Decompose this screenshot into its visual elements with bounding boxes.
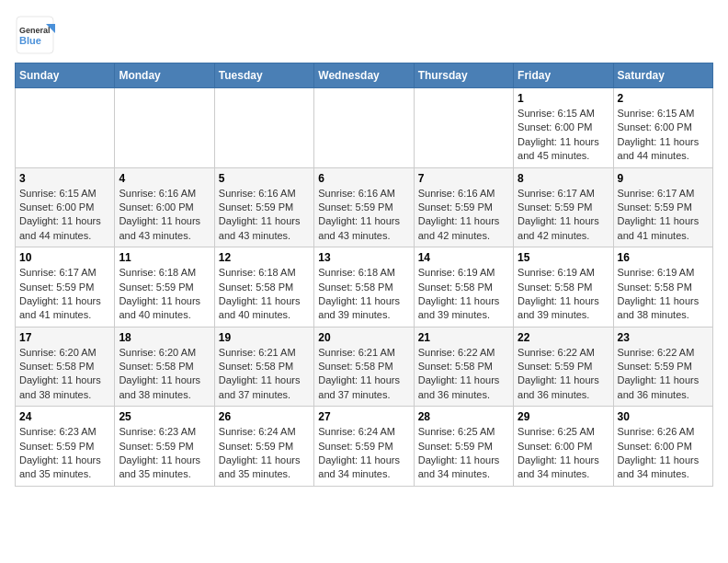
day-number: 24 xyxy=(19,410,110,423)
day-number: 26 xyxy=(219,410,310,423)
day-info: Sunrise: 6:25 AM Sunset: 6:00 PM Dayligh… xyxy=(518,425,609,482)
calendar-cell xyxy=(16,88,115,168)
day-number: 17 xyxy=(19,331,110,344)
day-number: 23 xyxy=(618,331,709,344)
day-number: 25 xyxy=(119,410,210,423)
week-row-2: 3Sunrise: 6:15 AM Sunset: 6:00 PM Daylig… xyxy=(16,167,713,247)
calendar-cell: 24Sunrise: 6:23 AM Sunset: 5:59 PM Dayli… xyxy=(16,407,115,487)
day-info: Sunrise: 6:16 AM Sunset: 6:00 PM Dayligh… xyxy=(119,187,210,244)
calendar-cell: 28Sunrise: 6:25 AM Sunset: 5:59 PM Dayli… xyxy=(414,407,513,487)
day-info: Sunrise: 6:18 AM Sunset: 5:58 PM Dayligh… xyxy=(219,266,310,323)
calendar-cell: 11Sunrise: 6:18 AM Sunset: 5:59 PM Dayli… xyxy=(115,247,214,327)
svg-text:General: General xyxy=(19,26,51,35)
calendar-cell: 13Sunrise: 6:18 AM Sunset: 5:58 PM Dayli… xyxy=(314,247,414,327)
day-header-tuesday: Tuesday xyxy=(214,63,313,88)
day-number: 16 xyxy=(618,251,709,264)
day-number: 19 xyxy=(219,331,310,344)
logo: General Blue xyxy=(15,15,55,55)
day-number: 2 xyxy=(618,92,709,105)
svg-text:Blue: Blue xyxy=(19,35,41,46)
calendar-cell xyxy=(314,88,414,168)
day-info: Sunrise: 6:16 AM Sunset: 5:59 PM Dayligh… xyxy=(318,187,409,244)
calendar-cell: 2Sunrise: 6:15 AM Sunset: 6:00 PM Daylig… xyxy=(613,88,712,168)
day-number: 8 xyxy=(518,172,609,185)
day-number: 7 xyxy=(418,172,509,185)
day-info: Sunrise: 6:15 AM Sunset: 6:00 PM Dayligh… xyxy=(518,107,609,164)
day-info: Sunrise: 6:19 AM Sunset: 5:58 PM Dayligh… xyxy=(618,266,709,323)
calendar-cell: 29Sunrise: 6:25 AM Sunset: 6:00 PM Dayli… xyxy=(514,407,613,487)
day-number: 5 xyxy=(219,172,310,185)
day-header-monday: Monday xyxy=(115,63,214,88)
day-number: 30 xyxy=(618,410,709,423)
day-number: 29 xyxy=(518,410,609,423)
calendar-cell: 12Sunrise: 6:18 AM Sunset: 5:58 PM Dayli… xyxy=(214,247,313,327)
day-info: Sunrise: 6:15 AM Sunset: 6:00 PM Dayligh… xyxy=(618,107,709,164)
calendar-cell: 7Sunrise: 6:16 AM Sunset: 5:59 PM Daylig… xyxy=(414,167,513,247)
calendar-cell: 4Sunrise: 6:16 AM Sunset: 6:00 PM Daylig… xyxy=(115,167,214,247)
day-info: Sunrise: 6:23 AM Sunset: 5:59 PM Dayligh… xyxy=(119,425,210,482)
day-info: Sunrise: 6:20 AM Sunset: 5:58 PM Dayligh… xyxy=(119,346,210,403)
day-number: 9 xyxy=(618,172,709,185)
calendar-cell: 21Sunrise: 6:22 AM Sunset: 5:58 PM Dayli… xyxy=(414,327,513,407)
day-info: Sunrise: 6:17 AM Sunset: 5:59 PM Dayligh… xyxy=(618,187,709,244)
day-info: Sunrise: 6:18 AM Sunset: 5:58 PM Dayligh… xyxy=(318,266,409,323)
day-info: Sunrise: 6:26 AM Sunset: 6:00 PM Dayligh… xyxy=(618,425,709,482)
day-info: Sunrise: 6:18 AM Sunset: 5:59 PM Dayligh… xyxy=(119,266,210,323)
day-number: 27 xyxy=(318,410,409,423)
day-info: Sunrise: 6:22 AM Sunset: 5:59 PM Dayligh… xyxy=(518,346,609,403)
day-number: 28 xyxy=(418,410,509,423)
calendar-cell: 6Sunrise: 6:16 AM Sunset: 5:59 PM Daylig… xyxy=(314,167,414,247)
calendar-cell: 30Sunrise: 6:26 AM Sunset: 6:00 PM Dayli… xyxy=(613,407,712,487)
day-header-wednesday: Wednesday xyxy=(314,63,414,88)
calendar-cell: 27Sunrise: 6:24 AM Sunset: 5:59 PM Dayli… xyxy=(314,407,414,487)
day-number: 3 xyxy=(19,172,110,185)
day-info: Sunrise: 6:21 AM Sunset: 5:58 PM Dayligh… xyxy=(219,346,310,403)
week-row-4: 17Sunrise: 6:20 AM Sunset: 5:58 PM Dayli… xyxy=(16,327,713,407)
calendar-cell: 10Sunrise: 6:17 AM Sunset: 5:59 PM Dayli… xyxy=(16,247,115,327)
day-info: Sunrise: 6:22 AM Sunset: 5:58 PM Dayligh… xyxy=(418,346,509,403)
calendar-cell: 5Sunrise: 6:16 AM Sunset: 5:59 PM Daylig… xyxy=(214,167,313,247)
day-info: Sunrise: 6:17 AM Sunset: 5:59 PM Dayligh… xyxy=(19,266,110,323)
calendar-cell: 3Sunrise: 6:15 AM Sunset: 6:00 PM Daylig… xyxy=(16,167,115,247)
day-number: 20 xyxy=(318,331,409,344)
day-header-saturday: Saturday xyxy=(613,63,712,88)
calendar-cell: 15Sunrise: 6:19 AM Sunset: 5:58 PM Dayli… xyxy=(514,247,613,327)
calendar-cell: 14Sunrise: 6:19 AM Sunset: 5:58 PM Dayli… xyxy=(414,247,513,327)
calendar-cell: 22Sunrise: 6:22 AM Sunset: 5:59 PM Dayli… xyxy=(514,327,613,407)
day-number: 6 xyxy=(318,172,409,185)
day-info: Sunrise: 6:20 AM Sunset: 5:58 PM Dayligh… xyxy=(19,346,110,403)
day-header-thursday: Thursday xyxy=(414,63,513,88)
day-info: Sunrise: 6:17 AM Sunset: 5:59 PM Dayligh… xyxy=(518,187,609,244)
day-number: 13 xyxy=(318,251,409,264)
calendar-cell: 16Sunrise: 6:19 AM Sunset: 5:58 PM Dayli… xyxy=(613,247,712,327)
day-number: 11 xyxy=(119,251,210,264)
calendar-cell: 20Sunrise: 6:21 AM Sunset: 5:58 PM Dayli… xyxy=(314,327,414,407)
day-number: 10 xyxy=(19,251,110,264)
day-info: Sunrise: 6:24 AM Sunset: 5:59 PM Dayligh… xyxy=(219,425,310,482)
day-info: Sunrise: 6:22 AM Sunset: 5:59 PM Dayligh… xyxy=(618,346,709,403)
day-info: Sunrise: 6:16 AM Sunset: 5:59 PM Dayligh… xyxy=(219,187,310,244)
calendar-cell: 25Sunrise: 6:23 AM Sunset: 5:59 PM Dayli… xyxy=(115,407,214,487)
week-row-5: 24Sunrise: 6:23 AM Sunset: 5:59 PM Dayli… xyxy=(16,407,713,487)
day-number: 14 xyxy=(418,251,509,264)
calendar-cell: 18Sunrise: 6:20 AM Sunset: 5:58 PM Dayli… xyxy=(115,327,214,407)
day-info: Sunrise: 6:24 AM Sunset: 5:59 PM Dayligh… xyxy=(318,425,409,482)
calendar-cell: 9Sunrise: 6:17 AM Sunset: 5:59 PM Daylig… xyxy=(613,167,712,247)
calendar-cell: 17Sunrise: 6:20 AM Sunset: 5:58 PM Dayli… xyxy=(16,327,115,407)
day-number: 1 xyxy=(518,92,609,105)
calendar-cell xyxy=(214,88,313,168)
day-info: Sunrise: 6:19 AM Sunset: 5:58 PM Dayligh… xyxy=(518,266,609,323)
week-row-1: 1Sunrise: 6:15 AM Sunset: 6:00 PM Daylig… xyxy=(16,88,713,168)
calendar-table: SundayMondayTuesdayWednesdayThursdayFrid… xyxy=(15,63,713,487)
day-number: 4 xyxy=(119,172,210,185)
week-row-3: 10Sunrise: 6:17 AM Sunset: 5:59 PM Dayli… xyxy=(16,247,713,327)
calendar-cell xyxy=(414,88,513,168)
calendar-cell: 1Sunrise: 6:15 AM Sunset: 6:00 PM Daylig… xyxy=(514,88,613,168)
day-info: Sunrise: 6:15 AM Sunset: 6:00 PM Dayligh… xyxy=(19,187,110,244)
day-info: Sunrise: 6:19 AM Sunset: 5:58 PM Dayligh… xyxy=(418,266,509,323)
day-number: 15 xyxy=(518,251,609,264)
day-header-friday: Friday xyxy=(514,63,613,88)
day-info: Sunrise: 6:21 AM Sunset: 5:58 PM Dayligh… xyxy=(318,346,409,403)
day-number: 21 xyxy=(418,331,509,344)
day-number: 22 xyxy=(518,331,609,344)
